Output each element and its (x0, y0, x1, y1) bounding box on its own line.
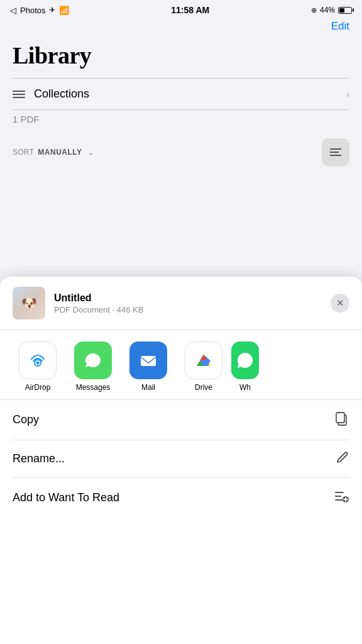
want-to-read-menu-item[interactable]: Add to Want To Read (13, 478, 349, 518)
mail-svg (138, 350, 159, 371)
list-view-icon (330, 148, 341, 156)
sort-chevron: ⌄ (88, 148, 94, 157)
whatsapp-icon (231, 341, 259, 379)
collections-label: Collections (34, 87, 89, 101)
svg-rect-2 (141, 356, 156, 366)
airdrop-svg (26, 349, 49, 372)
battery-fill (339, 8, 344, 13)
collections-row[interactable]: Collections › (0, 79, 362, 109)
hamburger-icon (13, 91, 25, 98)
rename-menu-item[interactable]: Rename... (13, 440, 349, 478)
mail-icon (129, 341, 167, 379)
sort-value: MANUALLY (38, 148, 82, 157)
messages-icon (74, 341, 112, 379)
pencil-icon (336, 450, 349, 467)
svg-rect-7 (335, 499, 344, 501)
title-area: Library (0, 38, 362, 78)
header: Edit (0, 18, 362, 38)
doc-left: 🐶 Untitled PDF Document · 446 KB (13, 287, 143, 319)
want-to-read-label: Add to Want To Read (13, 491, 119, 504)
pdf-count: 1 PDF (0, 110, 362, 133)
page-title: Library (13, 42, 349, 69)
svg-rect-5 (335, 492, 344, 493)
document-subtitle: PDF Document · 446 KB (54, 305, 143, 314)
whatsapp-label: Wh (239, 383, 251, 392)
back-arrow: ◁ (10, 6, 16, 15)
edit-button[interactable]: Edit (331, 20, 349, 33)
close-sheet-button[interactable]: ✕ (331, 294, 349, 313)
share-app-mail[interactable]: Mail (121, 341, 176, 392)
battery-percent: 44% (320, 6, 335, 14)
status-right: ⊕ 44% (311, 6, 352, 14)
drive-icon (185, 341, 222, 379)
sort-prefix: SORT (13, 148, 34, 157)
battery-icon (338, 7, 352, 14)
share-sheet: 🐶 Untitled PDF Document · 446 KB ✕ AirDr… (0, 277, 362, 644)
messages-label: Messages (76, 383, 111, 392)
share-apps-row: AirDrop Messages Mail (0, 330, 362, 399)
app-name: Photos (20, 6, 45, 15)
rename-label: Rename... (13, 452, 65, 465)
status-time: 11:58 AM (171, 5, 209, 15)
status-bar: ◁ Photos ✈ 📶 11:58 AM ⊕ 44% (0, 0, 362, 18)
location-icon: ⊕ (311, 6, 317, 14)
svg-rect-4 (336, 413, 344, 423)
share-app-drive[interactable]: Drive (176, 341, 231, 392)
doc-info: Untitled PDF Document · 446 KB (54, 292, 143, 314)
airdrop-label: AirDrop (25, 383, 51, 392)
wifi-icon: 📶 (59, 6, 69, 15)
collections-chevron: › (346, 89, 349, 100)
copy-icon (333, 410, 349, 430)
status-left: ◁ Photos ✈ 📶 (10, 6, 69, 15)
share-app-airdrop[interactable]: AirDrop (10, 341, 65, 392)
mail-label: Mail (141, 383, 155, 392)
copy-menu-item[interactable]: Copy (13, 400, 349, 440)
drive-svg (193, 350, 214, 371)
share-app-whatsapp[interactable]: Wh (231, 341, 259, 392)
whatsapp-svg (236, 351, 255, 370)
document-thumbnail: 🐶 (13, 287, 45, 319)
airdrop-icon (19, 341, 57, 379)
document-title: Untitled (54, 292, 143, 304)
sort-row: SORT MANUALLY ⌄ (0, 133, 362, 176)
collections-left: Collections (13, 87, 89, 101)
drive-label: Drive (195, 383, 212, 392)
airplane-icon: ✈ (49, 6, 55, 14)
menu-section: Copy Rename... Add to Want To Read (0, 399, 362, 518)
thumbnail-image: 🐶 (13, 287, 45, 319)
list-add-icon (333, 488, 349, 508)
sort-control[interactable]: SORT MANUALLY ⌄ (13, 148, 94, 157)
copy-label: Copy (13, 413, 39, 426)
list-view-button[interactable] (322, 138, 349, 166)
document-preview-row: 🐶 Untitled PDF Document · 446 KB ✕ (0, 277, 362, 330)
share-app-messages[interactable]: Messages (65, 341, 121, 392)
messages-svg (82, 350, 104, 371)
svg-rect-6 (335, 496, 341, 497)
svg-point-1 (36, 362, 40, 365)
